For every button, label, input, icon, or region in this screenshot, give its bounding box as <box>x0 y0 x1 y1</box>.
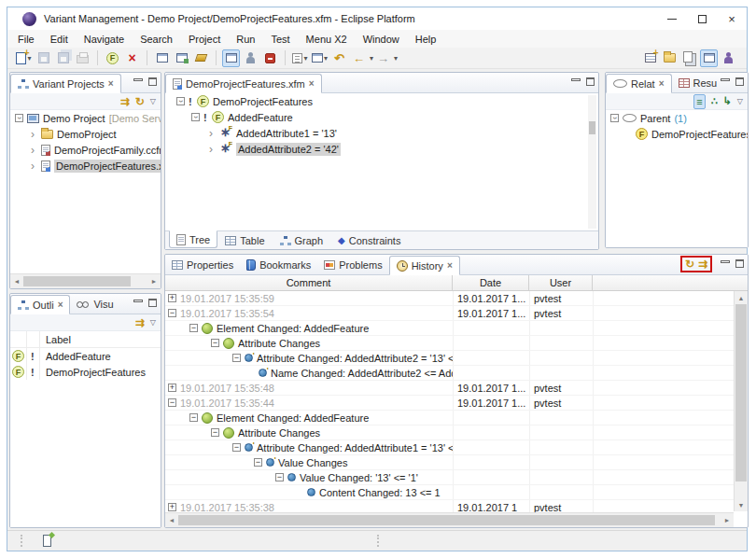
column-header-user[interactable]: User <box>529 275 593 290</box>
tree-item-demo-project[interactable]: › Demo Project [Demo Server] <box>10 110 161 126</box>
scroll-down-icon[interactable]: ▼ <box>735 498 748 511</box>
table-row[interactable]: +19.01.2017 15:35:38 19.01.2017 1 pvtest <box>165 500 734 512</box>
scrollbar-thumb[interactable] <box>23 276 131 286</box>
maximize-view-button[interactable] <box>148 299 157 307</box>
compare-button[interactable] <box>192 49 210 67</box>
minimize-view-button[interactable] <box>721 260 730 263</box>
perspective-user-button[interactable] <box>720 49 737 67</box>
tab-bookmarks[interactable]: Bookmarks <box>240 255 317 274</box>
table-row[interactable]: +19.01.2017 15:35:59 19.01.2017 1... pvt… <box>165 291 734 306</box>
vertical-scrollbar[interactable]: ▲ ▼ <box>734 291 748 511</box>
table-row[interactable]: −Attribute Changes <box>165 336 734 351</box>
close-icon[interactable]: × <box>108 78 114 89</box>
last-edit-location-button[interactable]: ↶ <box>330 49 348 67</box>
chevron-expanded-icon[interactable]: › <box>15 114 23 122</box>
table-row[interactable]: −Element Changed: AddedFeature <box>165 321 734 336</box>
table-row[interactable]: −19.01.2017 15:35:44 19.01.2017 1... pvt… <box>165 396 734 411</box>
table-row[interactable]: −Attribute Changed: AddedAttribute1 = '1… <box>165 440 734 455</box>
view-menu-icon[interactable]: ▽ <box>737 97 743 105</box>
minimize-editor-button[interactable] <box>571 78 581 81</box>
menu-run[interactable]: Run <box>236 34 255 45</box>
view-menu-icon[interactable]: ▽ <box>150 97 156 105</box>
column-header-date[interactable]: Date <box>453 275 529 290</box>
tab-visualization[interactable]: Visu <box>70 294 119 314</box>
open-window-button[interactable] <box>153 49 171 67</box>
column-header-comment[interactable]: Comment <box>165 275 453 290</box>
tree-item-attribute2[interactable]: › AddedAttribute2 = '42' <box>165 141 598 157</box>
view-menu-icon[interactable]: ▽ <box>150 318 156 327</box>
collapse-icon[interactable]: − <box>189 324 198 332</box>
dropdown-icon[interactable]: ▾ <box>303 54 307 63</box>
scroll-right-icon[interactable]: ► <box>147 274 161 288</box>
column-header-label[interactable]: Label <box>40 334 71 345</box>
tab-variant-projects[interactable]: Variant Projects × <box>10 74 121 93</box>
collapse-icon[interactable]: − <box>232 354 241 362</box>
menu-test[interactable]: Test <box>271 34 289 45</box>
tab-properties[interactable]: Properties <box>165 255 240 274</box>
close-icon[interactable]: × <box>58 300 63 310</box>
perspective-table-button[interactable] <box>641 49 659 67</box>
dropdown-icon[interactable]: ▾ <box>324 54 328 63</box>
menu-project[interactable]: Project <box>189 34 220 45</box>
table-row[interactable]: Content Changed: 13 <= 1 <box>165 485 734 500</box>
table-row[interactable]: +19.01.2017 15:35:48 19.01.2017 1... pvt… <box>165 381 734 396</box>
tree-item-addedfeature[interactable]: › ! F AddedFeature <box>165 109 598 125</box>
save-all-button[interactable] <box>54 49 72 67</box>
sync-icon[interactable]: ⇉ <box>120 96 130 107</box>
refresh-icon[interactable]: ↻ <box>135 96 145 107</box>
graph-layout-icon[interactable]: ∴ <box>711 96 718 106</box>
table-row[interactable]: Name Changed: AddedAttribute2 <= AddedAt… <box>165 366 734 381</box>
scroll-right-icon[interactable]: ► <box>721 513 734 527</box>
tab-history[interactable]: History × <box>389 256 460 275</box>
outline-header[interactable]: Label <box>10 331 161 348</box>
table-row[interactable]: −Element Changed: AddedFeature <box>165 411 734 425</box>
perspective-variant-button[interactable] <box>700 49 718 67</box>
maximize-editor-button[interactable] <box>586 77 595 86</box>
refresh-history-button[interactable]: ↻ <box>685 258 694 270</box>
close-window-button[interactable]: × <box>717 7 747 30</box>
tab-table[interactable]: Table <box>217 231 272 249</box>
maximize-window-button[interactable] <box>687 7 717 30</box>
device-status-icon[interactable] <box>43 535 51 547</box>
new-wizard-button[interactable]: ▾ <box>15 49 33 67</box>
open-external-button[interactable] <box>173 49 190 67</box>
menu-search[interactable]: Search <box>140 34 173 45</box>
close-icon[interactable]: × <box>309 78 315 89</box>
expand-icon[interactable]: + <box>168 384 176 392</box>
menu-x2[interactable]: Menu X2 <box>306 34 347 45</box>
tab-constraints[interactable]: ◆ Constraints <box>330 231 408 249</box>
collapse-icon[interactable]: − <box>275 473 284 481</box>
forward-button[interactable]: → <box>374 49 392 67</box>
back-dropdown-icon[interactable]: ▾ <box>370 54 373 63</box>
minimize-view-button[interactable] <box>133 78 143 81</box>
scroll-left-icon[interactable]: ◄ <box>165 513 178 527</box>
external-tools-button[interactable]: ▾ <box>311 49 329 67</box>
minimize-window-button[interactable] <box>657 7 687 30</box>
expand-icon[interactable]: + <box>168 503 176 511</box>
scroll-left-icon[interactable]: ◄ <box>10 274 23 288</box>
tree-item-parent[interactable]: › Parent (1) <box>606 110 748 126</box>
tree-item-demoprojectfeatures[interactable]: F DemoProjectFeatures <box>606 126 748 142</box>
tree-layout-toggle[interactable]: ≡ <box>693 94 705 109</box>
tab-outline[interactable]: Outli × <box>10 295 70 314</box>
save-button[interactable] <box>35 49 52 67</box>
collapse-icon[interactable]: − <box>232 443 241 452</box>
hierarchy-icon[interactable]: ↳ <box>723 96 732 106</box>
menu-edit[interactable]: Edit <box>50 34 68 45</box>
collapse-icon[interactable]: − <box>254 458 262 467</box>
tree-item-root[interactable]: › ! F DemoProjectFeatures <box>165 93 598 109</box>
delete-button[interactable]: × <box>123 49 141 67</box>
outline-row-demoprojectfeatures[interactable]: F ! DemoProjectFeatures <box>10 364 161 380</box>
menu-file[interactable]: File <box>18 34 35 45</box>
menu-help[interactable]: Help <box>415 34 437 45</box>
scrollbar-thumb[interactable] <box>735 304 747 481</box>
tab-graph[interactable]: Graph <box>273 231 331 249</box>
package-button[interactable] <box>261 49 279 67</box>
chevron-collapsed-icon[interactable]: › <box>28 129 37 140</box>
tree-item-family-file[interactable]: › DemoProjectFamily.ccfm <box>10 142 161 158</box>
chevron-expanded-icon[interactable]: › <box>610 114 619 122</box>
maximize-view-button[interactable] <box>735 259 744 268</box>
maximize-view-button[interactable] <box>148 77 157 86</box>
new-feature-button[interactable]: F <box>104 49 121 67</box>
run-history-button[interactable]: ▾ <box>291 49 309 67</box>
